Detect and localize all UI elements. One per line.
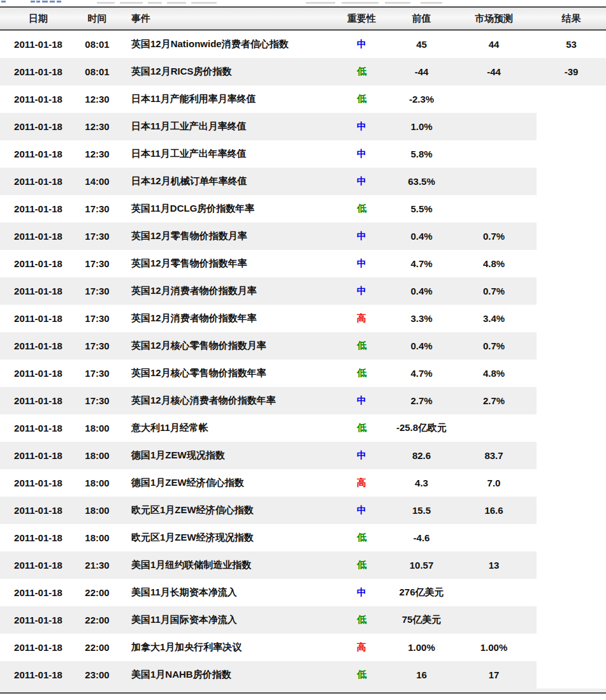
- importance-badge: 高: [331, 634, 392, 661]
- date-cell: 2011-01-18: [0, 305, 76, 332]
- importance-badge: 中: [331, 250, 392, 277]
- result-value: [537, 634, 606, 661]
- date-cell: 2011-01-18: [0, 85, 76, 113]
- time-cell: 17:30: [76, 222, 118, 250]
- previous-value: 1.0%: [392, 113, 451, 140]
- time-cell: 08:01: [76, 31, 118, 58]
- importance-badge: 低: [331, 551, 392, 579]
- event-cell: 英国12月消费者物价指数月率: [118, 277, 331, 305]
- forecast-value: [451, 195, 537, 222]
- time-cell: 12:30: [76, 113, 118, 140]
- table-row: 2011-01-18 17:30 英国11月DCLG房价指数年率 低 5.5%: [0, 195, 606, 222]
- clipped-links-row-fragments: [0, 0, 606, 6]
- event-cell: 日本12月机械订单年率终值: [118, 168, 331, 195]
- forecast-value: [451, 606, 537, 634]
- event-cell: 欧元区1月ZEW经济现况指数: [118, 524, 331, 551]
- importance-badge: 中: [331, 497, 392, 524]
- date-cell: 2011-01-18: [0, 58, 76, 85]
- importance-badge: 高: [331, 305, 392, 332]
- time-cell: 18:00: [76, 414, 118, 442]
- event-cell: 德国1月ZEW经济信心指数: [118, 469, 331, 497]
- previous-value: 82.6: [392, 442, 451, 469]
- event-cell: 英国12月核心消费者物价指数年率: [118, 387, 331, 414]
- time-cell: 18:00: [76, 469, 118, 497]
- event-cell: 英国12月零售物价指数年率: [118, 250, 331, 277]
- importance-badge: 中: [331, 442, 392, 469]
- table-row: 2011-01-18 18:00 德国1月ZEW现况指数 中 82.6 83.7: [0, 442, 606, 469]
- result-value: [537, 469, 606, 497]
- table-row: 2011-01-18 22:00 加拿大1月加央行利率决议 高 1.00% 1.…: [0, 634, 606, 661]
- forecast-value: [451, 524, 537, 551]
- table-row: 2011-01-18 21:30 美国1月纽约联储制造业指数 低 10.57 1…: [0, 551, 606, 579]
- previous-value: 5.5%: [392, 195, 451, 222]
- previous-value: 63.5%: [392, 168, 451, 195]
- result-value: [537, 113, 606, 140]
- result-value: [537, 579, 606, 606]
- forecast-value: 3.4%: [451, 305, 537, 332]
- event-cell: 英国12月Nationwide消费者信心指数: [118, 31, 331, 58]
- previous-value: 15.5: [392, 497, 451, 524]
- result-value: [537, 85, 606, 113]
- date-cell: 2011-01-18: [0, 222, 76, 250]
- event-cell: 英国12月RICS房价指数: [118, 58, 331, 85]
- result-value: [537, 140, 606, 168]
- forecast-value: 44: [451, 31, 537, 58]
- column-header-result: 结果: [537, 8, 606, 29]
- forecast-value: 4.8%: [451, 360, 537, 387]
- date-cell: 2011-01-18: [0, 524, 76, 551]
- date-cell: 2011-01-18: [0, 579, 76, 606]
- date-cell: 2011-01-18: [0, 140, 76, 168]
- table-row: 2011-01-18 12:30 日本11月工业产出年率终值 中 5.8%: [0, 140, 606, 168]
- table-row: 2011-01-18 12:30 日本11月工业产出月率终值 中 1.0%: [0, 113, 606, 140]
- event-cell: 欧元区1月ZEW经济信心指数: [118, 497, 331, 524]
- forecast-value: [451, 85, 537, 113]
- importance-badge: 中: [331, 113, 392, 140]
- date-cell: 2011-01-18: [0, 661, 76, 689]
- column-header-importance: 重要性: [331, 8, 392, 29]
- importance-badge: 低: [331, 360, 392, 387]
- previous-value: 4.7%: [392, 250, 451, 277]
- date-cell: 2011-01-18: [0, 31, 76, 58]
- result-value: [537, 606, 606, 634]
- forecast-value: [451, 414, 537, 442]
- result-value: [537, 168, 606, 195]
- table-row: 2011-01-18 18:00 德国1月ZEW经济信心指数 高 4.3 7.0: [0, 469, 606, 497]
- event-cell: 加拿大1月加央行利率决议: [118, 634, 331, 661]
- previous-value: 75亿美元: [392, 606, 451, 634]
- time-cell: 17:30: [76, 250, 118, 277]
- table-bottom-border: [0, 692, 606, 694]
- table-row: 2011-01-18 12:30 日本11月产能利用率月率终值 低 -2.3%: [0, 85, 606, 113]
- result-value: [537, 305, 606, 332]
- event-cell: 英国12月核心零售物价指数月率: [118, 332, 331, 360]
- table-row: 2011-01-18 17:30 英国12月零售物价指数年率 中 4.7% 4.…: [0, 250, 606, 277]
- result-value: [537, 332, 606, 360]
- previous-value: 0.4%: [392, 222, 451, 250]
- column-header-forecast: 市场预测: [451, 8, 537, 29]
- column-header-event: 事件: [118, 8, 331, 29]
- time-cell: 17:30: [76, 277, 118, 305]
- forecast-value: 0.7%: [451, 222, 537, 250]
- calendar-table-body: 2011-01-18 08:01 英国12月Nationwide消费者信心指数 …: [0, 31, 606, 689]
- previous-value: -25.8亿欧元: [392, 414, 451, 442]
- time-cell: 12:30: [76, 85, 118, 113]
- forecast-value: [451, 113, 537, 140]
- date-cell: 2011-01-18: [0, 634, 76, 661]
- previous-value: 5.8%: [392, 140, 451, 168]
- time-cell: 17:30: [76, 387, 118, 414]
- previous-value: -4.6: [392, 524, 451, 551]
- result-value: [537, 551, 606, 579]
- previous-value: 0.4%: [392, 277, 451, 305]
- forecast-value: 7.0: [451, 469, 537, 497]
- event-cell: 美国11月国际资本净流入: [118, 606, 331, 634]
- forecast-value: 13: [451, 551, 537, 579]
- event-cell: 日本11月工业产出月率终值: [118, 113, 331, 140]
- result-value: [537, 387, 606, 414]
- table-row: 2011-01-18 23:00 美国1月NAHB房价指数 低 16 17: [0, 661, 606, 689]
- importance-badge: 低: [331, 332, 392, 360]
- time-cell: 18:00: [76, 524, 118, 551]
- importance-badge: 低: [331, 606, 392, 634]
- result-value: [537, 497, 606, 524]
- event-cell: 美国1月NAHB房价指数: [118, 661, 331, 689]
- previous-value: 45: [392, 31, 451, 58]
- importance-badge: 中: [331, 277, 392, 305]
